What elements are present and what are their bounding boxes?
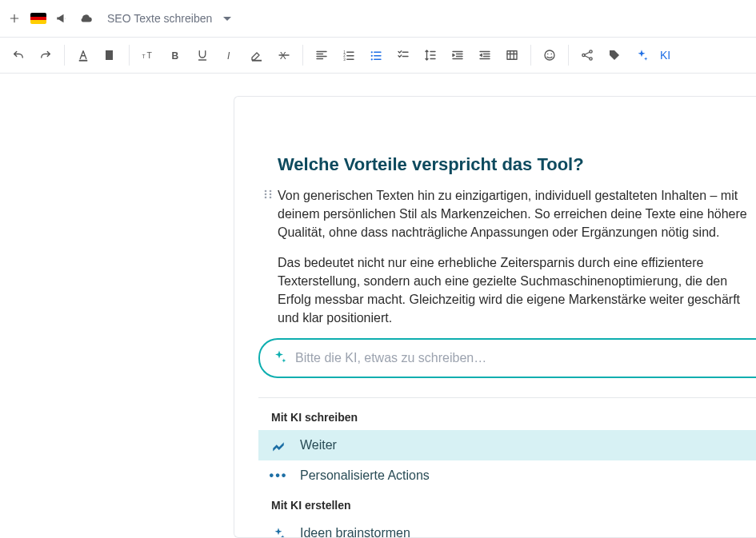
- suggest-section-header-write: Mit KI schreiben: [258, 403, 756, 430]
- suggest-item-label: Personalisierte Actions: [300, 468, 430, 483]
- highlight-icon: [103, 48, 118, 62]
- align-left-icon: [314, 48, 329, 62]
- font-size-button[interactable]: TT: [134, 42, 162, 69]
- share-icon: [580, 48, 594, 62]
- ordered-list-button[interactable]: 123: [335, 42, 362, 69]
- bullet-list-icon: [369, 48, 383, 62]
- insert-table-button[interactable]: [498, 42, 526, 69]
- indent-decrease-button[interactable]: [471, 42, 498, 69]
- content-paragraph-2[interactable]: Das bedeutet nicht nur eine erhebliche Z…: [278, 253, 756, 328]
- indent-increase-icon: [450, 48, 465, 62]
- font-color-button[interactable]: [70, 42, 97, 69]
- announcements-button[interactable]: [51, 7, 74, 30]
- emoji-icon: [542, 48, 557, 62]
- svg-point-10: [371, 58, 373, 60]
- svg-rect-11: [507, 51, 517, 60]
- emoji-button[interactable]: [536, 42, 563, 69]
- align-left-button[interactable]: [308, 42, 335, 69]
- redo-button[interactable]: [32, 42, 59, 69]
- add-button[interactable]: [3, 7, 26, 30]
- sparkle-icon: [634, 48, 649, 62]
- continue-writing-icon: [270, 438, 287, 452]
- strikethrough-icon: X: [277, 48, 291, 62]
- svg-text:3: 3: [343, 58, 346, 62]
- text-underline-color-button[interactable]: [243, 42, 270, 69]
- font-color-icon: [76, 48, 90, 62]
- tag-button[interactable]: [601, 42, 628, 69]
- ai-suggestions-panel: Mit KI schreiben Weiter ••• Personalisie…: [258, 397, 756, 538]
- suggest-item-continue[interactable]: Weiter: [258, 430, 756, 460]
- flag-de-icon: [30, 13, 46, 24]
- redo-icon: [38, 48, 53, 62]
- svg-point-21: [270, 193, 272, 196]
- italic-button[interactable]: I: [216, 42, 243, 69]
- content-paragraph-1[interactable]: Von generischen Texten hin zu einzigarti…: [278, 186, 756, 242]
- svg-text:I: I: [227, 50, 230, 62]
- suggest-item-brainstorm[interactable]: Ideen brainstormen: [258, 518, 756, 538]
- suggest-section-header-create: Mit KI erstellen: [258, 491, 756, 518]
- ordered-list-icon: 123: [342, 48, 356, 62]
- share-button[interactable]: [574, 42, 601, 69]
- strikethrough-button[interactable]: X: [270, 42, 298, 69]
- svg-point-19: [270, 190, 272, 193]
- indent-increase-button[interactable]: [444, 42, 471, 69]
- suggest-item-label: Ideen brainstormen: [300, 526, 410, 538]
- font-size-icon: TT: [141, 48, 155, 62]
- document-type-label: SEO Texte schreiben: [107, 12, 212, 25]
- ki-label-button[interactable]: KI: [655, 49, 675, 62]
- ai-prompt-input-container[interactable]: [258, 338, 756, 378]
- svg-point-22: [265, 197, 267, 199]
- ai-prompt-input[interactable]: [295, 351, 745, 365]
- svg-text:T: T: [142, 54, 146, 59]
- checklist-icon: [396, 48, 410, 62]
- line-spacing-button[interactable]: [417, 42, 444, 69]
- more-dots-icon: •••: [270, 468, 287, 483]
- document-type-dropdown[interactable]: SEO Texte schreiben: [107, 12, 231, 25]
- language-flag-german[interactable]: [27, 7, 50, 30]
- undo-icon: [11, 48, 26, 62]
- svg-point-9: [371, 55, 373, 57]
- bullet-list-button[interactable]: [362, 42, 390, 69]
- bold-button[interactable]: B: [162, 42, 189, 69]
- svg-point-13: [547, 54, 549, 55]
- editor-toolbar: TT B I X 123: [0, 37, 756, 74]
- svg-point-14: [551, 54, 553, 55]
- svg-point-8: [371, 51, 373, 53]
- separator: [129, 45, 130, 66]
- suggest-item-personalized-actions[interactable]: ••• Personalisierte Actions: [258, 460, 756, 491]
- bold-icon: B: [168, 48, 182, 62]
- svg-point-20: [265, 193, 267, 196]
- undo-button[interactable]: [5, 42, 32, 69]
- separator: [64, 45, 65, 66]
- suggest-item-label: Weiter: [300, 438, 337, 452]
- separator: [568, 45, 569, 66]
- highlight-button[interactable]: [97, 42, 124, 69]
- content-heading: Welche Vorteile verspricht das Tool?: [278, 154, 756, 175]
- megaphone-icon: [55, 11, 70, 26]
- ai-sparkle-button[interactable]: [628, 42, 655, 69]
- separator: [530, 45, 531, 66]
- underline-button[interactable]: [189, 42, 216, 69]
- tag-icon: [607, 48, 622, 62]
- italic-icon: I: [222, 48, 237, 62]
- pen-underline-icon: [250, 48, 264, 62]
- top-bar: SEO Texte schreiben: [0, 0, 756, 37]
- separator: [302, 45, 303, 66]
- drag-handle-icon[interactable]: [263, 189, 273, 203]
- svg-point-12: [545, 50, 554, 60]
- svg-text:B: B: [172, 50, 179, 62]
- indent-decrease-icon: [478, 48, 492, 62]
- table-icon: [505, 48, 519, 62]
- svg-point-18: [265, 190, 267, 193]
- sparkle-icon: [271, 349, 287, 368]
- line-spacing-icon: [423, 48, 438, 62]
- cloud-sync-button[interactable]: [75, 7, 98, 30]
- editor-content: Welche Vorteile verspricht das Tool? Von…: [234, 96, 756, 538]
- underline-icon: [195, 48, 210, 62]
- svg-point-23: [270, 197, 272, 199]
- sparkle-icon: [270, 526, 287, 538]
- checklist-button[interactable]: [390, 42, 417, 69]
- chevron-down-icon: [223, 17, 231, 21]
- cloud-icon: [79, 11, 94, 26]
- svg-text:T: T: [147, 50, 153, 60]
